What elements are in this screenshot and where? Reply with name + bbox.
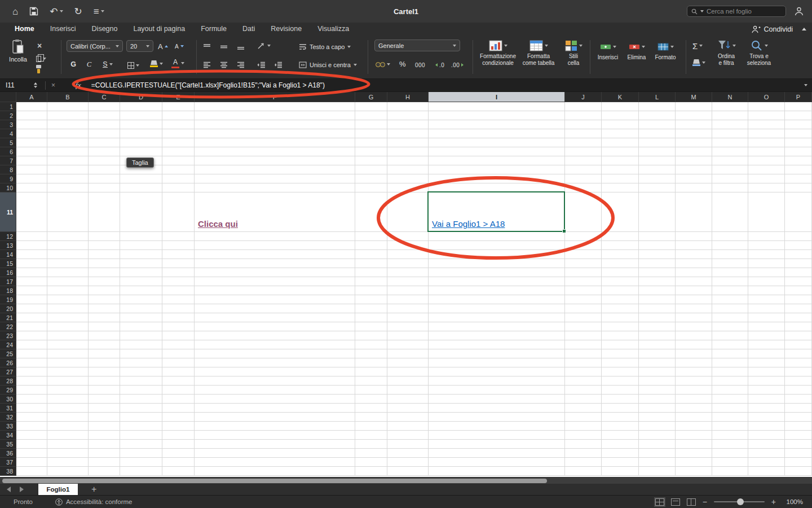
select-all-corner[interactable] xyxy=(0,92,16,102)
cell-B37[interactable] xyxy=(47,458,89,467)
cell-F4[interactable] xyxy=(195,129,355,138)
cell-I14[interactable] xyxy=(429,250,565,259)
cell-G15[interactable] xyxy=(355,259,387,268)
cell-B16[interactable] xyxy=(47,268,89,277)
cell-K15[interactable] xyxy=(602,259,639,268)
cell-G25[interactable] xyxy=(355,349,387,358)
cell-G18[interactable] xyxy=(355,286,387,295)
cell-G2[interactable] xyxy=(355,111,387,120)
cell-C18[interactable] xyxy=(89,286,120,295)
cell-O5[interactable] xyxy=(748,138,785,147)
cell-D13[interactable] xyxy=(120,241,162,250)
cell-P10[interactable] xyxy=(785,183,812,192)
cell-C36[interactable] xyxy=(89,449,120,458)
cell-N29[interactable] xyxy=(712,386,748,395)
cell-K12[interactable] xyxy=(602,232,639,241)
cell-B24[interactable] xyxy=(47,340,89,349)
cell-B35[interactable] xyxy=(47,440,89,449)
cell-H23[interactable] xyxy=(387,331,429,340)
cell-I11[interactable]: Vai a Foglio1 > A18 xyxy=(429,192,565,232)
cell-D37[interactable] xyxy=(120,458,162,467)
cell-G3[interactable] xyxy=(355,120,387,129)
cell-H36[interactable] xyxy=(387,449,429,458)
zoom-in-button[interactable]: + xyxy=(771,498,776,506)
cell-F24[interactable] xyxy=(195,340,355,349)
cell-L6[interactable] xyxy=(639,147,676,156)
expand-formula-bar-icon[interactable] xyxy=(804,84,807,86)
cell-D14[interactable] xyxy=(120,250,162,259)
row-header-21[interactable]: 21 xyxy=(0,313,16,322)
cell-O37[interactable] xyxy=(748,458,785,467)
cell-B27[interactable] xyxy=(47,367,89,376)
cell-G5[interactable] xyxy=(355,138,387,147)
cell-L3[interactable] xyxy=(639,120,676,129)
cell-J35[interactable] xyxy=(565,440,602,449)
cell-A11[interactable] xyxy=(16,192,47,232)
cell-A37[interactable] xyxy=(16,458,47,467)
cell-D5[interactable] xyxy=(120,138,162,147)
cell-I16[interactable] xyxy=(429,268,565,277)
cell-N37[interactable] xyxy=(712,458,748,467)
cell-G22[interactable] xyxy=(355,322,387,331)
cell-N20[interactable] xyxy=(712,304,748,313)
column-header-O[interactable]: O xyxy=(748,92,785,102)
row-header-26[interactable]: 26 xyxy=(0,358,16,367)
cell-K14[interactable] xyxy=(602,250,639,259)
cell-F18[interactable] xyxy=(195,286,355,295)
cell-K24[interactable] xyxy=(602,340,639,349)
cell-G33[interactable] xyxy=(355,422,387,431)
cell-I10[interactable] xyxy=(429,183,565,192)
cell-N33[interactable] xyxy=(712,422,748,431)
paste-button[interactable]: Incolla xyxy=(5,39,32,63)
cell-N8[interactable] xyxy=(712,165,748,174)
cell-M22[interactable] xyxy=(676,322,712,331)
cell-N31[interactable] xyxy=(712,404,748,413)
cell-I2[interactable] xyxy=(429,111,565,120)
cell-G12[interactable] xyxy=(355,232,387,241)
cell-D1[interactable] xyxy=(120,102,162,111)
fill-color-button[interactable] xyxy=(150,58,163,69)
cell-O36[interactable] xyxy=(748,449,785,458)
cell-B2[interactable] xyxy=(47,111,89,120)
cell-M32[interactable] xyxy=(676,413,712,422)
row-header-3[interactable]: 3 xyxy=(0,120,16,129)
cell-F25[interactable] xyxy=(195,349,355,358)
cell-P19[interactable] xyxy=(785,295,812,304)
cell-O9[interactable] xyxy=(748,174,785,183)
cell-J32[interactable] xyxy=(565,413,602,422)
cell-G23[interactable] xyxy=(355,331,387,340)
cell-P6[interactable] xyxy=(785,147,812,156)
cell-K5[interactable] xyxy=(602,138,639,147)
cell-I23[interactable] xyxy=(429,331,565,340)
cell-M18[interactable] xyxy=(676,286,712,295)
cell-K3[interactable] xyxy=(602,120,639,129)
cell-G7[interactable] xyxy=(355,156,387,165)
cell-P25[interactable] xyxy=(785,349,812,358)
cell-A36[interactable] xyxy=(16,449,47,458)
cell-H3[interactable] xyxy=(387,120,429,129)
cell-O32[interactable] xyxy=(748,413,785,422)
cell-H21[interactable] xyxy=(387,313,429,322)
cell-E37[interactable] xyxy=(162,458,195,467)
zoom-level[interactable]: 100% xyxy=(783,498,803,505)
cell-J36[interactable] xyxy=(565,449,602,458)
cell-G24[interactable] xyxy=(355,340,387,349)
cell-O34[interactable] xyxy=(748,431,785,440)
cell-A21[interactable] xyxy=(16,313,47,322)
row-header-11[interactable]: 11 xyxy=(0,192,16,232)
home-icon[interactable]: ⌂ xyxy=(12,7,18,16)
cell-J4[interactable] xyxy=(565,129,602,138)
cell-C9[interactable] xyxy=(89,174,120,183)
cell-A17[interactable] xyxy=(16,277,47,286)
cell-I21[interactable] xyxy=(429,313,565,322)
cell-J27[interactable] xyxy=(565,367,602,376)
tab-dati[interactable]: Dati xyxy=(235,23,263,36)
cell-B26[interactable] xyxy=(47,358,89,367)
cell-D19[interactable] xyxy=(120,295,162,304)
cell-D36[interactable] xyxy=(120,449,162,458)
cell-I26[interactable] xyxy=(429,358,565,367)
cell-F27[interactable] xyxy=(195,367,355,376)
cell-D12[interactable] xyxy=(120,232,162,241)
cell-O26[interactable] xyxy=(748,358,785,367)
cell-K37[interactable] xyxy=(602,458,639,467)
